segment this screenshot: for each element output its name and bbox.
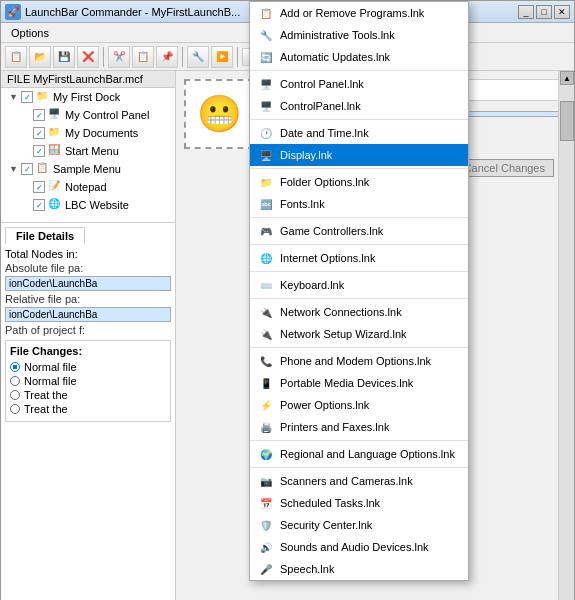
tree-checkbox-notepad[interactable]	[33, 181, 45, 193]
dropdown-item-icon: 📁	[258, 174, 274, 190]
tree-item-root[interactable]: ▼ 📁 My First Dock	[1, 88, 175, 106]
dropdown-item[interactable]: 📞Phone and Modem Options.lnk	[250, 350, 468, 372]
tree-checkbox-lbc[interactable]	[33, 199, 45, 211]
toolbar-cut[interactable]: ✂️	[108, 46, 130, 68]
scroll-up[interactable]: ▲	[560, 71, 574, 85]
relative-path-value: ionCoder\LaunchBa	[5, 307, 171, 322]
dropdown-item-label: Sounds and Audio Devices.lnk	[280, 541, 429, 553]
dropdown-separator-9	[250, 168, 468, 169]
dropdown-item[interactable]: 🖥️Control Panel.lnk	[250, 73, 468, 95]
dropdown-item[interactable]: 🔌Network Connections.lnk	[250, 301, 468, 323]
dropdown-item[interactable]: 🎤Speech.lnk	[250, 558, 468, 580]
toolbar-delete[interactable]: ❌	[77, 46, 99, 68]
tree-checkbox-start[interactable]	[33, 145, 45, 157]
app-icon: 🚀	[5, 4, 21, 20]
dropdown-item[interactable]: 🌍Regional and Language Options.lnk	[250, 443, 468, 465]
dropdown-item[interactable]: 🖥️System.lnk	[250, 580, 468, 581]
toolbar-open[interactable]: 📂	[29, 46, 51, 68]
dropdown-item[interactable]: 📷Scanners and Cameras.lnk	[250, 470, 468, 492]
toolbar-copy[interactable]: 📋	[132, 46, 154, 68]
dropdown-item[interactable]: 📋Add or Remove Programs.lnk	[250, 2, 468, 24]
dropdown-item-label: Date and Time.lnk	[280, 127, 369, 139]
dropdown-item-icon: 📱	[258, 375, 274, 391]
dropdown-item-label: Network Connections.lnk	[280, 306, 402, 318]
dropdown-item[interactable]: 🖥️Display.lnk	[250, 144, 468, 166]
dropdown-item[interactable]: ⌨️Keyboard.lnk	[250, 274, 468, 296]
dropdown-item-icon: 📞	[258, 353, 274, 369]
dropdown-item-icon: 🌍	[258, 446, 274, 462]
radio-item-1: Normal file	[10, 361, 166, 373]
cancel-changes-button[interactable]: Cancel Changes	[455, 159, 554, 177]
tree-item-samplemenu[interactable]: ▼ 📋 Sample Menu	[1, 160, 175, 178]
tree-checkbox-docs[interactable]	[33, 127, 45, 139]
tree-item-mydocs[interactable]: 📁 My Documents	[1, 124, 175, 142]
dropdown-item-label: Fonts.lnk	[280, 198, 325, 210]
toolbar-save[interactable]: 💾	[53, 46, 75, 68]
toolbar-run[interactable]: ▶️	[211, 46, 233, 68]
tree-item-startmenu[interactable]: 🪟 Start Menu	[1, 142, 175, 160]
tree-label-start: Start Menu	[65, 145, 119, 157]
dropdown-item-label: Control Panel.lnk	[280, 78, 364, 90]
tree-label-docs: My Documents	[65, 127, 138, 139]
tree-item-controlpanel[interactable]: 🖥️ My Control Panel	[1, 106, 175, 124]
close-button[interactable]: ✕	[554, 5, 570, 19]
tree-label-notepad: Notepad	[65, 181, 107, 193]
dropdown-item-icon: ⚡	[258, 397, 274, 413]
dropdown-item-icon: 🛡️	[258, 517, 274, 533]
minimize-button[interactable]: _	[518, 5, 534, 19]
dropdown-item-icon: ⌨️	[258, 277, 274, 293]
dropdown-item[interactable]: 📅Scheduled Tasks.lnk	[250, 492, 468, 514]
radio-1[interactable]	[10, 362, 20, 372]
radio-item-2: Normal file	[10, 375, 166, 387]
radio-4[interactable]	[10, 404, 20, 414]
dropdown-item[interactable]: 🎮Game Controllers.lnk	[250, 220, 468, 242]
dropdown-item-label: Display.lnk	[280, 149, 332, 161]
tree-label-dock: My First Dock	[53, 91, 120, 103]
dropdown-item[interactable]: 🔤Fonts.lnk	[250, 193, 468, 215]
dropdown-item[interactable]: 📁Folder Options.lnk	[250, 171, 468, 193]
dropdown-item-label: Scanners and Cameras.lnk	[280, 475, 413, 487]
dropdown-item-label: Portable Media Devices.lnk	[280, 377, 413, 389]
maximize-button[interactable]: □	[536, 5, 552, 19]
tree-icon-start: 🪟	[48, 144, 62, 158]
dropdown-item-icon: 🌐	[258, 250, 274, 266]
dropdown-item-label: Regional and Language Options.lnk	[280, 448, 455, 460]
dropdown-item[interactable]: 🖥️ControlPanel.lnk	[250, 95, 468, 117]
scrollbar-track[interactable]: ▲	[558, 71, 574, 600]
tree-icon-sample: 📋	[36, 162, 50, 176]
tree-item-notepad[interactable]: 📝 Notepad	[1, 178, 175, 196]
file-changes-title: File Changes:	[10, 345, 166, 357]
dropdown-item[interactable]: 🔧Administrative Tools.lnk	[250, 24, 468, 46]
tree-label-lbc: LBC Website	[65, 199, 129, 211]
dropdown-item[interactable]: 🔌Network Setup Wizard.lnk	[250, 323, 468, 345]
radio-3[interactable]	[10, 390, 20, 400]
tree-checkbox-cp[interactable]	[33, 109, 45, 121]
toolbar-settings[interactable]: 🔧	[187, 46, 209, 68]
menu-options[interactable]: Options	[5, 25, 55, 41]
dropdown-item[interactable]: 🔄Automatic Updates.lnk	[250, 46, 468, 68]
tab-file-details[interactable]: File Details	[5, 227, 85, 244]
tree-icon-dock: 📁	[36, 90, 50, 104]
radio-2[interactable]	[10, 376, 20, 386]
dropdown-item[interactable]: 🖨️Printers and Faxes.lnk	[250, 416, 468, 438]
tree-item-lbcwebsite[interactable]: 🌐 LBC Website	[1, 196, 175, 214]
toolbar-paste[interactable]: 📌	[156, 46, 178, 68]
dropdown-item-icon: 🔤	[258, 196, 274, 212]
dropdown-item[interactable]: 🔊Sounds and Audio Devices.lnk	[250, 536, 468, 558]
dropdown-item-label: Phone and Modem Options.lnk	[280, 355, 431, 367]
scrollbar-thumb[interactable]	[560, 101, 574, 141]
dropdown-item[interactable]: 🕐Date and Time.lnk	[250, 122, 468, 144]
tree-checkbox-sample[interactable]	[21, 163, 33, 175]
dropdown-item[interactable]: 📱Portable Media Devices.lnk	[250, 372, 468, 394]
dropdown-item-icon: 🔊	[258, 539, 274, 555]
dropdown-separator-26	[250, 440, 468, 441]
dropdown-item[interactable]: ⚡Power Options.lnk	[250, 394, 468, 416]
toolbar-new[interactable]: 📋	[5, 46, 27, 68]
tree-checkbox-dock[interactable]	[21, 91, 33, 103]
dropdown-item-icon: 🔄	[258, 49, 274, 65]
dropdown-item-icon: 🖥️	[258, 147, 274, 163]
radio-item-4: Treat the	[10, 403, 166, 415]
dropdown-item[interactable]: 🌐Internet Options.lnk	[250, 247, 468, 269]
dropdown-item[interactable]: 🛡️Security Center.lnk	[250, 514, 468, 536]
tree-icon-docs: 📁	[48, 126, 62, 140]
